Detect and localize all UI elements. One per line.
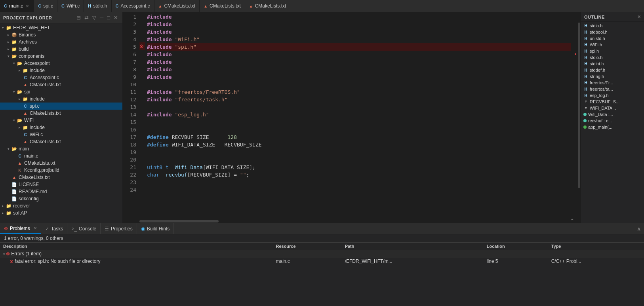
tree-arrow[interactable]: ▸ [6, 33, 11, 37]
tree-item-kconfig[interactable]: KKconfig.projbuild [0, 167, 122, 174]
tree-arrow[interactable]: ▾ [6, 54, 11, 58]
tree-item-main-cmake[interactable]: ▲CMakeLists.txt [0, 160, 122, 167]
tree-arrow[interactable]: ▸ [17, 125, 22, 129]
outline-item-stdint-h[interactable]: Hstdint.h [581, 61, 644, 67]
tree-arrow[interactable]: ▸ [0, 211, 6, 215]
tree-arrow[interactable]: ▸ [6, 47, 11, 51]
vertical-scrollbar[interactable] [577, 12, 581, 219]
tree-item-spi-cmake[interactable]: ▲CMakeLists.txt [0, 110, 122, 117]
tree-arrow[interactable]: ▾ [11, 90, 17, 94]
close-icon[interactable]: ✕ [112, 14, 119, 21]
editor-tab-main-c[interactable]: Cmain.c✕ [0, 0, 34, 12]
bottom-tab-close-icon[interactable]: ✕ [34, 226, 37, 230]
outline-item-wifi-h[interactable]: HWiFi.h [581, 42, 644, 48]
tree-item-wifi-cmake[interactable]: ▲CMakeLists.txt [0, 138, 122, 145]
tree-item-main[interactable]: ▾📂main [0, 145, 122, 152]
outline-item-wifi-data-var[interactable]: Wifi_Data :... [581, 111, 644, 118]
tree-item-binaries[interactable]: ▸📦Binaries [0, 31, 122, 38]
editor-tab-cmake1[interactable]: ▲CMakeLists.txt [154, 0, 200, 12]
outline-item-task-h[interactable]: Hfreertos/ta... [581, 86, 644, 92]
outline-item-freertos-h[interactable]: Hfreertos/Fr... [581, 80, 644, 86]
maximize-icon[interactable]: □ [106, 14, 111, 21]
filter-icon[interactable]: ▽ [91, 14, 97, 21]
outline-item-recvbuf-var[interactable]: recvbuf : c... [581, 118, 644, 124]
problems-table[interactable]: DescriptionResourcePathLocationType ▾⊗ E… [0, 243, 644, 306]
editor-tab-wifi-h[interactable]: CWiFi.c [57, 0, 84, 12]
link-with-editor-icon[interactable]: ⇄ [83, 14, 90, 21]
tree-arrow[interactable]: ▾ [0, 26, 6, 30]
outline-item-unistd-h[interactable]: Hunistd.h [581, 35, 644, 42]
tree-item-wifi-c[interactable]: CWiFi.c [0, 131, 122, 138]
tree-item-sdkconfig[interactable]: 📄sdkconfig [0, 195, 122, 202]
tree-item-softap[interactable]: ▸📁softAP [0, 209, 122, 217]
bottom-tab-problems[interactable]: ⊗Problems✕ [0, 223, 41, 234]
tree-item-root-cmake[interactable]: ▲CMakeLists.txt [0, 174, 122, 181]
code-line: #include "esp_log.h" [147, 111, 571, 118]
tree-arrow[interactable]: ▸ [17, 97, 22, 101]
outline-item-label: Wifi_Data :... [588, 112, 613, 117]
minimize-icon[interactable]: ─ [99, 14, 105, 21]
tree-item-wifi-include[interactable]: ▸📁include [0, 124, 122, 131]
bottom-tab-console[interactable]: >_Console [67, 223, 101, 234]
tree-arrow[interactable]: ▸ [17, 68, 22, 72]
tree-item-license[interactable]: 📄LICENSE [0, 181, 122, 188]
outline-item-stdio-h[interactable]: Hstdio.h [581, 23, 644, 29]
tree-item-components[interactable]: ▾📂components [0, 53, 122, 60]
tree-item-main-c[interactable]: Cmain.c [0, 152, 122, 160]
bottom-tab-tasks[interactable]: ✓Tasks [41, 223, 68, 234]
expand-arrow[interactable]: ▾ [3, 252, 5, 256]
tree-item-build[interactable]: ▸📁build [0, 46, 122, 53]
chevron-up-icon[interactable]: ∧ [637, 226, 641, 232]
outline-close-icon[interactable]: ✕ [637, 14, 641, 19]
h-scrollbar-thumb[interactable] [139, 220, 219, 222]
folder-icon: 📂 [11, 53, 17, 59]
tree-arrow[interactable]: ▸ [6, 40, 11, 44]
editor-tab-spi-c[interactable]: Cspi.c [34, 0, 57, 12]
tree-label: CMakeLists.txt [19, 175, 50, 180]
outline-item-recvbuf[interactable]: #RECVBUF_S... [581, 99, 644, 105]
tree-arrow[interactable]: ▾ [11, 61, 17, 65]
outline-item-esplog-h[interactable]: Hesp_log.h [581, 92, 644, 99]
tree-item-spi-include[interactable]: ▸📁include [0, 95, 122, 103]
scrollbar-thumb[interactable] [578, 23, 580, 188]
tab-close-icon[interactable]: ✕ [25, 4, 30, 9]
outline-item-wifidata[interactable]: #WIFI_DATA... [581, 105, 644, 111]
outline-item-stdbool-h[interactable]: Hstdbool.h [581, 29, 644, 35]
bottom-tab-properties[interactable]: ☰Properties [101, 223, 137, 234]
outline-item-app-main[interactable]: app_main(... [581, 124, 644, 130]
horizontal-scrollbar[interactable] [123, 219, 581, 223]
code-line [147, 81, 571, 88]
tree-item-receiver[interactable]: ▸📁receiver [0, 202, 122, 209]
tree-item-readme[interactable]: 📄README.md [0, 188, 122, 195]
outline-item-stddef-h[interactable]: Hstddef.h [581, 67, 644, 73]
code-editor[interactable]: #include #include #include #include "WiF… [145, 12, 571, 219]
bottom-panel-collapse[interactable]: ∧ [634, 223, 644, 234]
outline-file-icon: H [583, 49, 588, 53]
editor-tab-accesspoint-c[interactable]: CAccesspoint.c [112, 0, 154, 12]
tree-item-wifi[interactable]: ▾📂WiFi [0, 117, 122, 124]
tree-arrow[interactable]: ▾ [11, 118, 17, 122]
tree-arrow[interactable]: ▾ [6, 147, 11, 151]
tree-item-root[interactable]: ▾📁EFDR_WiFi_HFT [0, 24, 122, 31]
error-group-row[interactable]: ▾⊗ Errors (1 item) [0, 250, 644, 258]
outline-item-spi-h[interactable]: Hspi.h [581, 48, 644, 54]
define-ref: RECVBUF_SIZE [225, 142, 262, 148]
tree-item-ap-cmake[interactable]: ▲CMakeLists.txt [0, 81, 122, 88]
tree-item-ap-include[interactable]: ▸📁include [0, 67, 122, 74]
tree-item-accesspoint-c[interactable]: CAccesspoint.c [0, 74, 122, 81]
collapse-all-icon[interactable]: ⊟ [75, 14, 82, 21]
outline-item-string-h[interactable]: Hstring.h [581, 73, 644, 80]
problem-row[interactable]: ⊗ fatal error: spi.h: No such file or di… [0, 258, 644, 265]
tree-item-spi[interactable]: ▾📂spi [0, 88, 122, 95]
bottom-tab-buildhints[interactable]: ◉Build Hints [137, 223, 174, 234]
tree-item-accesspoint[interactable]: ▾📂Accesspoint [0, 60, 122, 67]
editor-tab-stdio-h[interactable]: Hstdio.h [84, 0, 111, 12]
tree-label: CMakeLists.txt [30, 110, 61, 116]
editor-content[interactable]: 123456789101112131415161718192021222324 … [123, 12, 581, 219]
tree-arrow[interactable]: ▸ [0, 204, 6, 208]
tree-item-spi-c[interactable]: Cspi.c [0, 103, 122, 110]
editor-tab-cmake3[interactable]: ▲CMakeLists.txt [245, 0, 291, 12]
editor-tab-cmake2[interactable]: ▲CMakeLists.txt [200, 0, 245, 12]
tree-item-archives[interactable]: ▸📁Archives [0, 38, 122, 46]
outline-item-stdio2-h[interactable]: Hstdio.h [581, 54, 644, 61]
